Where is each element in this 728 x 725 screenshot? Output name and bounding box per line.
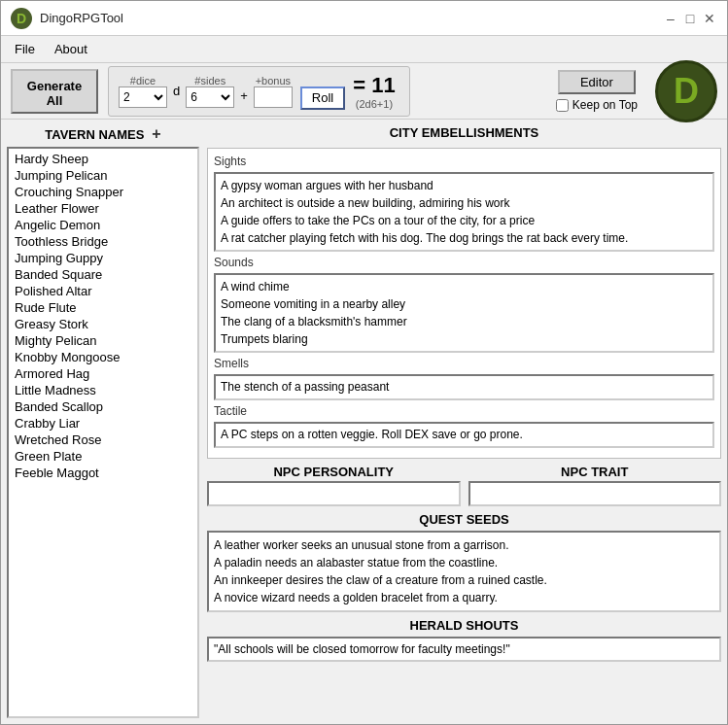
- tavern-item[interactable]: Crouching Snapper: [11, 184, 195, 200]
- right-panel: CITY EMBELLISHMENTS Sights A gypsy woman…: [207, 125, 721, 718]
- num-sides-group: #sides 4 6 8 10 12 20: [186, 75, 234, 108]
- roll-button[interactable]: Roll: [300, 86, 345, 110]
- num-dice-group: #dice 1 2 3 4: [119, 75, 167, 108]
- tavern-item[interactable]: Little Madness: [11, 382, 195, 398]
- tavern-item[interactable]: Green Plate: [11, 448, 195, 465]
- tavern-item[interactable]: Angelic Demon: [11, 217, 195, 233]
- tavern-item[interactable]: Jumping Pelican: [11, 167, 195, 184]
- tavern-add-button[interactable]: +: [152, 125, 160, 143]
- sounds-section: Sounds A wind chimeSomeone vomiting in a…: [214, 256, 714, 357]
- smells-text: The stench of a passing peasant: [214, 374, 714, 400]
- tavern-item[interactable]: Banded Square: [11, 266, 195, 283]
- window-controls: – □ ✕: [663, 11, 717, 26]
- roll-formula: (2d6+1): [356, 98, 393, 110]
- herald-shouts-title: HERALD SHOUTS: [207, 618, 721, 633]
- npc-trait-input[interactable]: Drools: [468, 481, 722, 506]
- herald-shouts-section: HERALD SHOUTS "All schools will be close…: [207, 618, 721, 662]
- tavern-item[interactable]: Mighty Pelican: [11, 332, 195, 349]
- keep-on-top-checkbox[interactable]: [556, 99, 569, 112]
- tavern-title: TAVERN NAMES: [45, 127, 144, 142]
- tavern-item[interactable]: Wretched Rose: [11, 432, 195, 448]
- tavern-item[interactable]: Hardy Sheep: [11, 151, 195, 167]
- npc-personality-label: NPC PERSONALITY: [207, 465, 461, 479]
- app-logo-icon: D: [11, 8, 32, 29]
- tavern-panel: TAVERN NAMES + Hardy SheepJumping Pelica…: [7, 125, 199, 718]
- smells-label: Smells: [214, 357, 714, 370]
- tavern-header: TAVERN NAMES +: [7, 125, 199, 143]
- main-window: D DingoRPGTool – □ ✕ File About Generate…: [0, 0, 728, 725]
- tavern-item[interactable]: Leather Flower: [11, 200, 195, 217]
- tavern-list[interactable]: Hardy SheepJumping PelicanCrouching Snap…: [7, 147, 199, 718]
- editor-section: Editor Keep on Top: [556, 70, 638, 112]
- keep-on-top-label: Keep on Top: [572, 98, 638, 112]
- tavern-item[interactable]: Toothless Bridge: [11, 233, 195, 250]
- tactile-label: Tactile: [214, 404, 714, 418]
- menubar: File About: [1, 36, 727, 63]
- tavern-item[interactable]: Armored Hag: [11, 365, 195, 382]
- quest-seeds-text: A leather worker seeks an unusual stone …: [207, 531, 721, 612]
- maximize-button[interactable]: □: [682, 11, 698, 26]
- smells-section: Smells The stench of a passing peasant: [214, 357, 714, 404]
- result-group: = 11 (2d6+1): [349, 73, 399, 110]
- main-content: TAVERN NAMES + Hardy SheepJumping Pelica…: [1, 120, 727, 724]
- npc-personality-input[interactable]: Overly critical: [207, 481, 461, 506]
- npc-row: NPC PERSONALITY Overly critical NPC TRAI…: [207, 465, 721, 506]
- keep-on-top-row: Keep on Top: [556, 98, 638, 112]
- title-bar: D DingoRPGTool – □ ✕: [1, 1, 727, 36]
- generate-all-button[interactable]: GenerateAll: [11, 69, 98, 114]
- tavern-item[interactable]: Banded Scallop: [11, 398, 195, 415]
- roll-result: = 11: [353, 73, 395, 98]
- dice-d-separator: d: [173, 84, 180, 98]
- bonus-label: +bonus: [256, 75, 291, 86]
- dingo-logo: D: [655, 60, 717, 122]
- dice-section: #dice 1 2 3 4 d #sides 4 6 8 10 12 20: [108, 66, 410, 117]
- menu-file[interactable]: File: [7, 40, 43, 58]
- sights-section: Sights A gypsy woman argues with her hus…: [214, 155, 714, 256]
- num-dice-select[interactable]: 1 2 3 4: [119, 86, 167, 108]
- num-sides-label: #sides: [194, 75, 225, 86]
- sights-label: Sights: [214, 155, 714, 168]
- tavern-item[interactable]: Rude Flute: [11, 299, 195, 316]
- quest-seeds-title: QUEST SEEDS: [207, 512, 721, 527]
- quest-seeds-section: QUEST SEEDS A leather worker seeks an un…: [207, 512, 721, 612]
- tactile-section: Tactile A PC steps on a rotten veggie. R…: [214, 404, 714, 452]
- menu-about[interactable]: About: [47, 40, 95, 58]
- num-dice-label: #dice: [130, 75, 156, 86]
- num-sides-select[interactable]: 4 6 8 10 12 20: [186, 86, 234, 108]
- app-title: DingoRPGTool: [40, 11, 123, 25]
- tavern-item[interactable]: Greasy Stork: [11, 316, 195, 332]
- roll-group: Roll: [300, 73, 345, 110]
- tavern-item[interactable]: Crabby Liar: [11, 415, 195, 432]
- npc-personality-col: NPC PERSONALITY Overly critical: [207, 465, 461, 506]
- tactile-text: A PC steps on a rotten veggie. Roll DEX …: [214, 422, 714, 448]
- bonus-group: +bonus 1: [254, 75, 293, 108]
- npc-trait-col: NPC TRAIT Drools: [468, 465, 722, 506]
- tavern-item[interactable]: Jumping Guppy: [11, 250, 195, 266]
- tavern-item[interactable]: Feeble Maggot: [11, 465, 195, 481]
- toolbar: GenerateAll #dice 1 2 3 4 d #sides 4 6 8…: [1, 63, 727, 120]
- city-embellishments-wrapper: Sights A gypsy woman argues with her hus…: [207, 148, 721, 459]
- title-bar-left: D DingoRPGTool: [11, 8, 123, 29]
- editor-button[interactable]: Editor: [558, 70, 636, 94]
- sounds-text: A wind chimeSomeone vomiting in a nearby…: [214, 273, 714, 353]
- plus-separator: +: [240, 88, 248, 103]
- close-button[interactable]: ✕: [702, 11, 717, 26]
- herald-shouts-text: "All schools will be closed tomorrow for…: [207, 637, 721, 662]
- tavern-item[interactable]: Polished Altar: [11, 283, 195, 299]
- sights-text: A gypsy woman argues with her husbandAn …: [214, 172, 714, 252]
- minimize-button[interactable]: –: [663, 11, 678, 26]
- sounds-label: Sounds: [214, 256, 714, 269]
- city-embellishments-title: CITY EMBELLISHMENTS: [207, 125, 721, 140]
- npc-trait-label: NPC TRAIT: [468, 465, 722, 479]
- tavern-item[interactable]: Knobby Mongoose: [11, 349, 195, 365]
- bonus-input[interactable]: 1: [254, 86, 293, 108]
